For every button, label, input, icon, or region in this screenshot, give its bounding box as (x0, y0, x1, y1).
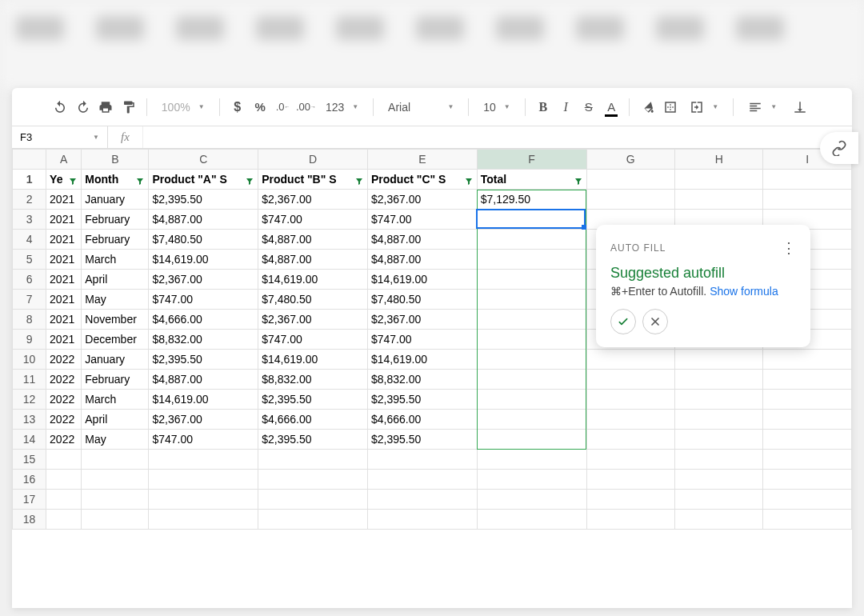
cell[interactable]: $747.00 (149, 290, 258, 310)
cell[interactable] (367, 450, 477, 470)
cell[interactable]: $747.00 (149, 430, 258, 450)
cell[interactable] (674, 390, 762, 410)
column-header-H[interactable]: H (674, 150, 762, 170)
cell[interactable] (674, 170, 762, 190)
cell[interactable] (586, 170, 674, 190)
header-cell[interactable]: Product "B" S (258, 170, 368, 190)
cell[interactable] (763, 430, 852, 450)
cell[interactable] (763, 370, 852, 390)
row-header-14[interactable]: 14 (13, 430, 46, 450)
more-formats-dropdown[interactable]: 123▼ (319, 96, 365, 118)
cell[interactable]: November (82, 310, 149, 330)
cell[interactable] (477, 430, 586, 450)
cell[interactable] (46, 490, 82, 510)
cell[interactable]: 2021 (46, 210, 82, 230)
cell[interactable] (586, 190, 674, 210)
vertical-align-dropdown[interactable] (786, 96, 814, 118)
cell[interactable] (477, 250, 586, 270)
column-header-E[interactable]: E (367, 150, 477, 170)
cell[interactable]: $2,367.00 (149, 270, 258, 290)
strikethrough-button[interactable]: S (579, 96, 598, 118)
cell[interactable] (586, 510, 674, 530)
undo-button[interactable] (50, 96, 70, 118)
cell[interactable]: $14,619.00 (258, 270, 368, 290)
font-dropdown[interactable]: Arial▼ (382, 96, 460, 118)
cell[interactable]: $2,367.00 (367, 310, 477, 330)
cell[interactable]: $2,367.00 (258, 310, 368, 330)
cell[interactable]: 2021 (46, 190, 82, 210)
cell[interactable] (763, 350, 852, 370)
filter-icon[interactable] (68, 176, 78, 186)
cell[interactable]: March (82, 390, 149, 410)
cell[interactable] (367, 470, 477, 490)
cell[interactable]: $747.00 (258, 330, 368, 350)
cell[interactable]: $2,395.50 (149, 190, 258, 210)
cell[interactable]: April (82, 270, 149, 290)
cell[interactable]: 2022 (46, 350, 82, 370)
paint-format-button[interactable] (118, 96, 138, 118)
cell[interactable]: $14,619.00 (149, 390, 258, 410)
cell[interactable] (586, 430, 674, 450)
cell[interactable]: $14,619.00 (149, 250, 258, 270)
cell[interactable]: April (82, 410, 149, 430)
cell[interactable]: $747.00 (367, 210, 477, 230)
cell[interactable]: February (82, 210, 149, 230)
cell[interactable] (586, 410, 674, 430)
cell[interactable] (258, 490, 368, 510)
cell[interactable]: 2022 (46, 410, 82, 430)
row-header-17[interactable]: 17 (13, 490, 46, 510)
redo-button[interactable] (73, 96, 92, 118)
cell[interactable]: $4,887.00 (367, 230, 477, 250)
cell[interactable] (477, 410, 586, 430)
filter-icon[interactable] (135, 176, 145, 186)
row-header-16[interactable]: 16 (13, 470, 46, 490)
row-header-6[interactable]: 6 (13, 270, 46, 290)
increase-decimal-button[interactable]: .00→ (296, 96, 316, 118)
insert-link-chip[interactable] (820, 132, 858, 164)
row-header-3[interactable]: 3 (13, 210, 46, 230)
cell[interactable]: $4,887.00 (149, 370, 258, 390)
cell[interactable] (477, 270, 586, 290)
cell[interactable] (477, 450, 586, 470)
cell[interactable] (674, 430, 762, 450)
cell[interactable]: $8,832.00 (367, 370, 477, 390)
cell[interactable] (477, 390, 586, 410)
bold-button[interactable]: B (534, 96, 553, 118)
cell[interactable]: $8,832.00 (258, 370, 368, 390)
text-color-button[interactable]: A (602, 96, 621, 118)
row-header-5[interactable]: 5 (13, 250, 46, 270)
select-all-cell[interactable] (13, 150, 46, 170)
cell[interactable] (149, 470, 258, 490)
cell[interactable]: February (82, 370, 149, 390)
row-header-11[interactable]: 11 (13, 370, 46, 390)
cell[interactable]: February (82, 230, 149, 250)
cell[interactable] (477, 290, 586, 310)
filter-icon[interactable] (574, 176, 583, 186)
header-cell[interactable]: Product "A" S (149, 170, 258, 190)
filter-icon[interactable] (354, 176, 364, 186)
cell[interactable] (477, 510, 586, 530)
borders-button[interactable] (661, 96, 680, 118)
row-header-13[interactable]: 13 (13, 410, 46, 430)
cell[interactable] (586, 490, 674, 510)
cell[interactable] (258, 510, 368, 530)
cell[interactable]: $7,129.50 (477, 190, 586, 210)
cell[interactable]: $4,666.00 (258, 410, 368, 430)
cell[interactable] (586, 350, 674, 370)
row-header-2[interactable]: 2 (13, 190, 46, 210)
cell[interactable] (586, 470, 674, 490)
cell[interactable]: 2021 (46, 250, 82, 270)
cell[interactable]: 2021 (46, 230, 82, 250)
italic-button[interactable]: I (556, 96, 575, 118)
cell[interactable]: $14,619.00 (367, 350, 477, 370)
cell[interactable] (477, 230, 586, 250)
cell[interactable]: $2,395.50 (149, 350, 258, 370)
cell[interactable]: $4,666.00 (149, 310, 258, 330)
cell[interactable] (674, 490, 762, 510)
cell[interactable]: $4,887.00 (367, 250, 477, 270)
fill-color-button[interactable] (638, 96, 657, 118)
header-cell[interactable]: Month (82, 170, 149, 190)
cell[interactable]: $2,395.50 (258, 390, 368, 410)
reject-autofill-button[interactable] (642, 309, 668, 334)
cell[interactable] (674, 350, 762, 370)
